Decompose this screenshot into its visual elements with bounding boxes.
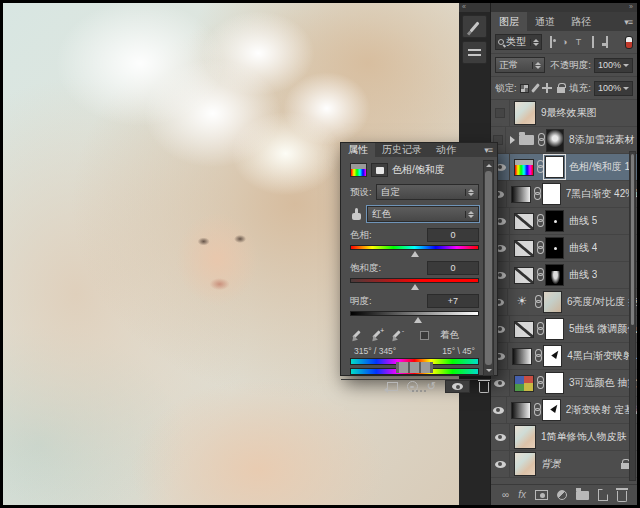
preset-dropdown[interactable]: 自定 bbox=[376, 184, 479, 200]
lock-pixels-icon[interactable] bbox=[531, 83, 540, 93]
gradient-adjustment-icon[interactable] bbox=[511, 402, 531, 419]
layer-row[interactable]: 9最终效果图 bbox=[491, 100, 637, 127]
curves-adjustment-icon[interactable] bbox=[514, 267, 534, 284]
blend-mode-dropdown[interactable]: 正常 bbox=[495, 57, 545, 73]
layer-row[interactable]: 曲线 4 bbox=[491, 235, 637, 262]
filter-type-layers-icon[interactable]: T bbox=[573, 37, 584, 47]
new-layer-icon[interactable] bbox=[598, 489, 608, 501]
filter-kind-dropdown[interactable]: 类型 bbox=[495, 34, 542, 50]
tab-actions[interactable]: 动作 bbox=[429, 143, 463, 157]
tab-paths[interactable]: 路径 bbox=[563, 12, 599, 31]
layer-thumbnail[interactable] bbox=[514, 101, 536, 125]
saturation-slider[interactable] bbox=[350, 278, 479, 290]
tab-channels[interactable]: 通道 bbox=[527, 12, 563, 31]
panel-menu-icon[interactable]: ▾≡ bbox=[479, 143, 497, 157]
lightness-value-input[interactable]: +7 bbox=[427, 294, 479, 308]
layer-row[interactable]: 2渐变映射 定基调... bbox=[491, 397, 637, 424]
visibility-eye-icon[interactable] bbox=[491, 397, 507, 423]
layer-row[interactable]: 1简单修饰人物皮肤 bbox=[491, 424, 637, 451]
panel-resize-handle[interactable] bbox=[412, 390, 426, 392]
properties-scrollbar[interactable] bbox=[483, 160, 494, 376]
hue-range-selector[interactable] bbox=[396, 362, 432, 373]
fill-value-dropdown[interactable]: 100% bbox=[594, 81, 633, 96]
hue-value-input[interactable]: 0 bbox=[427, 228, 479, 242]
mask-controls-icon[interactable] bbox=[371, 163, 388, 177]
layer-row[interactable]: ☀6亮度/对比度 控... bbox=[491, 289, 637, 316]
layer-mask-thumbnail[interactable] bbox=[545, 210, 564, 232]
huesat-adjustment-icon[interactable] bbox=[514, 159, 534, 176]
lock-position-icon[interactable] bbox=[542, 83, 552, 93]
panel-collapse-arrows-icon[interactable]: » bbox=[491, 3, 637, 12]
tab-history[interactable]: 历史记录 bbox=[375, 143, 429, 157]
eyedropper-icon[interactable] bbox=[350, 329, 362, 342]
visibility-empty-box[interactable] bbox=[491, 100, 510, 126]
gradient-adjustment-icon[interactable] bbox=[512, 348, 532, 365]
layer-mask-thumbnail[interactable] bbox=[545, 372, 564, 394]
curves-adjustment-icon[interactable] bbox=[514, 240, 534, 257]
delete-adjustment-icon[interactable] bbox=[479, 382, 489, 393]
layer-mask-thumbnail[interactable] bbox=[545, 156, 564, 178]
layer-row[interactable]: 3可选颜色 抽黄 bbox=[491, 370, 637, 397]
panel-menu-icon[interactable]: ▾≡ bbox=[619, 12, 637, 31]
delete-layer-icon[interactable] bbox=[617, 491, 627, 502]
group-expand-caret-icon[interactable] bbox=[510, 136, 515, 144]
opacity-value-dropdown[interactable]: 100% bbox=[594, 58, 633, 73]
filter-adjustment-layers-icon[interactable]: ◑ bbox=[559, 37, 570, 47]
adjustment-controls-icon[interactable] bbox=[350, 163, 367, 177]
brush-presets-panel-button[interactable] bbox=[462, 15, 487, 38]
lightness-slider[interactable] bbox=[350, 311, 479, 323]
layer-row[interactable]: 8添加雪花素材 让... bbox=[491, 127, 637, 154]
colorize-checkbox[interactable] bbox=[420, 331, 429, 340]
layer-row[interactable]: 4黑白渐变映射 ... bbox=[491, 343, 637, 370]
layer-thumbnail[interactable] bbox=[514, 452, 536, 476]
filter-pixel-layers-icon[interactable] bbox=[545, 37, 556, 47]
dock-collapse-arrows-icon[interactable]: « bbox=[459, 3, 490, 12]
layer-mask-thumbnail[interactable] bbox=[543, 345, 562, 367]
channel-dropdown[interactable]: 红色 bbox=[367, 206, 479, 222]
hue-range-bars[interactable] bbox=[350, 358, 479, 375]
toggle-visibility-button[interactable] bbox=[445, 380, 470, 393]
layer-mask-thumbnail[interactable] bbox=[545, 264, 564, 286]
tab-properties[interactable]: 属性 bbox=[341, 143, 375, 157]
eyedropper-subtract-icon[interactable]: - bbox=[390, 329, 402, 342]
layers-scrollbar[interactable] bbox=[629, 151, 636, 481]
selective-adjustment-icon[interactable] bbox=[514, 375, 534, 392]
clip-to-layer-icon[interactable] bbox=[387, 382, 398, 391]
layer-row[interactable]: 色相/饱和度 1 bbox=[491, 154, 637, 181]
gradient-adjustment-icon[interactable] bbox=[511, 186, 531, 203]
group-mask-thumbnail[interactable] bbox=[546, 129, 564, 152]
saturation-value-input[interactable]: 0 bbox=[427, 261, 479, 275]
link-layers-icon[interactable]: ∞ bbox=[502, 490, 509, 500]
add-adjustment-layer-icon[interactable] bbox=[557, 490, 567, 500]
hue-slider[interactable] bbox=[350, 245, 479, 257]
filter-shape-layers-icon[interactable] bbox=[587, 37, 598, 47]
layer-mask-thumbnail[interactable] bbox=[543, 291, 562, 313]
filter-smart-objects-icon[interactable] bbox=[601, 37, 612, 47]
layer-mask-thumbnail[interactable] bbox=[545, 237, 564, 259]
curves-adjustment-icon[interactable] bbox=[514, 213, 534, 230]
curves-adjustment-icon[interactable] bbox=[514, 321, 534, 338]
lock-transparency-icon[interactable] bbox=[520, 84, 529, 93]
layer-row[interactable]: 5曲线 微调颜色 bbox=[491, 316, 637, 343]
brightness-adjustment-icon[interactable]: ☀ bbox=[512, 294, 532, 311]
layer-style-fx-icon[interactable]: fx bbox=[518, 490, 526, 500]
eyedropper-add-icon[interactable]: + bbox=[370, 329, 382, 342]
layer-row[interactable]: 曲线 3 bbox=[491, 262, 637, 289]
visibility-eye-icon[interactable] bbox=[491, 424, 510, 450]
targeted-adjustment-tool-icon[interactable] bbox=[350, 208, 363, 221]
layer-mask-thumbnail[interactable] bbox=[542, 399, 561, 421]
clone-source-panel-button[interactable] bbox=[462, 41, 487, 64]
layer-filtering-toggle[interactable] bbox=[625, 36, 633, 49]
tab-layers[interactable]: 图层 bbox=[491, 12, 527, 31]
lock-all-icon[interactable] bbox=[557, 87, 565, 93]
reset-adjustment-icon[interactable]: ↺ bbox=[427, 381, 436, 392]
add-layer-mask-icon[interactable] bbox=[535, 490, 548, 500]
new-group-icon[interactable] bbox=[576, 491, 589, 500]
layer-row[interactable]: 7黑白渐变 42%透... bbox=[491, 181, 637, 208]
layer-row[interactable]: 背景 bbox=[491, 451, 637, 478]
layer-mask-thumbnail[interactable] bbox=[542, 183, 561, 205]
layer-mask-thumbnail[interactable] bbox=[545, 318, 564, 340]
layer-row[interactable]: 曲线 5 bbox=[491, 208, 637, 235]
layer-thumbnail[interactable] bbox=[514, 425, 536, 449]
visibility-eye-icon[interactable] bbox=[491, 451, 510, 477]
